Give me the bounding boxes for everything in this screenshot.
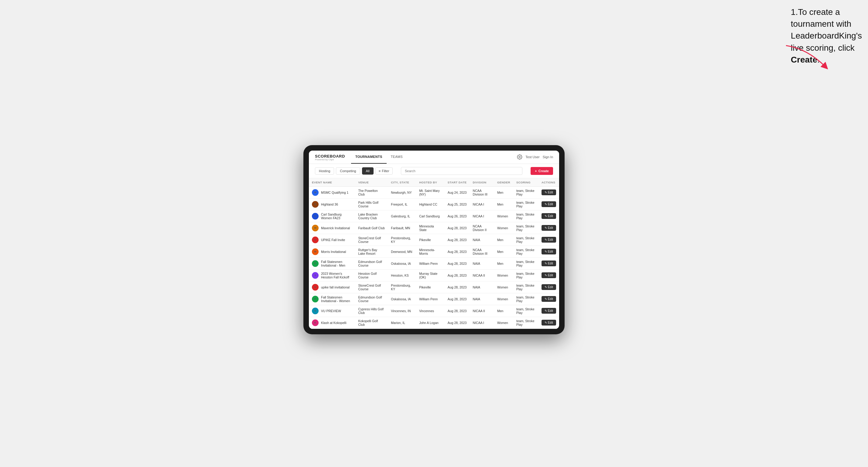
table-row: M MSMC Qualifying 1 The Powelton Club Ne…: [309, 186, 559, 198]
search-box: [401, 167, 522, 175]
col-gender: GENDER: [494, 178, 513, 187]
cell-division: NAIA: [470, 257, 494, 269]
tablet-device: SCOREBOARD Powered by Clipit TOURNAMENTS…: [303, 145, 565, 334]
cell-venue: The Powelton Club: [355, 186, 388, 198]
cell-hosted-by: John A Logan: [416, 317, 445, 329]
sign-in-link[interactable]: Sign In: [543, 155, 553, 159]
edit-button[interactable]: ✎ Edit: [541, 308, 556, 314]
edit-button[interactable]: ✎ Edit: [541, 260, 556, 266]
edit-button[interactable]: ✎ Edit: [541, 225, 556, 231]
main-nav: TOURNAMENTS TEAMS: [351, 151, 407, 164]
filter-hosting-btn[interactable]: Hosting: [315, 167, 334, 175]
cell-scoring: team, Stroke Play: [513, 246, 538, 257]
cell-division: NAIA: [470, 234, 494, 246]
cell-division: NCAA Division III: [470, 186, 494, 198]
cell-actions: ✎ Edit: [538, 234, 559, 246]
filter-group: Hosting Competing All ≡ Filter: [315, 167, 393, 175]
cell-gender: Women: [494, 222, 513, 234]
table-row: U UPIKE Fall Invite StoneCrest Golf Cour…: [309, 234, 559, 246]
cell-scoring: team, Stroke Play: [513, 269, 538, 281]
edit-button[interactable]: ✎ Edit: [541, 237, 556, 243]
team-logo: M: [312, 225, 318, 231]
cell-city-state: Faribault, MN: [388, 222, 416, 234]
cell-event-name: M Maverick Invitational: [309, 222, 355, 234]
event-name-text: Carl Sandburg Women FA23: [321, 213, 352, 220]
cell-gender: Men: [494, 305, 513, 317]
col-hosted-by: HOSTED BY: [416, 178, 445, 187]
nav-tab-tournaments[interactable]: TOURNAMENTS: [351, 151, 386, 164]
team-logo: F: [312, 296, 318, 303]
cell-hosted-by: William Penn: [416, 293, 445, 305]
edit-button[interactable]: ✎ Edit: [541, 284, 556, 290]
cell-scoring: team, Stroke Play: [513, 305, 538, 317]
filter-competing-btn[interactable]: Competing: [336, 167, 360, 175]
cell-division: NICAA I: [470, 210, 494, 222]
filter-label: Filter: [382, 169, 389, 173]
cell-scoring: team, Stroke Play: [513, 198, 538, 210]
cell-gender: Men: [494, 198, 513, 210]
cell-city-state: Oskaloosa, IA: [388, 257, 416, 269]
cell-gender: Women: [494, 269, 513, 281]
cell-gender: Women: [494, 281, 513, 293]
team-logo: U: [312, 284, 318, 290]
cell-venue: Hesston Golf Course: [355, 269, 388, 281]
cell-gender: Women: [494, 317, 513, 329]
edit-button[interactable]: ✎ Edit: [541, 296, 556, 302]
team-logo: M: [312, 189, 318, 196]
cell-event-name: M Morris Invitational: [309, 246, 355, 257]
col-start-date: START DATE: [445, 178, 470, 187]
cell-event-name: M MSMC Qualifying 1: [309, 186, 355, 198]
col-scoring: SCORING: [513, 178, 538, 187]
cell-actions: ✎ Edit: [538, 222, 559, 234]
create-button[interactable]: + Create: [531, 167, 553, 175]
cell-division: NAIA: [470, 281, 494, 293]
cell-division: NAIA: [470, 293, 494, 305]
team-logo: C: [312, 213, 318, 220]
cell-venue: StoneCrest Golf Course: [355, 281, 388, 293]
cell-event-name: H Highland 36: [309, 198, 355, 210]
cell-start-date: Aug 25, 2023: [445, 198, 470, 210]
cell-division: NICAA II: [470, 269, 494, 281]
filter-icon: ≡: [379, 169, 380, 173]
edit-button[interactable]: ✎ Edit: [541, 201, 556, 207]
cell-event-name: F Fall Statesmen Invitational - Women: [309, 293, 355, 305]
cell-scoring: team, Stroke Play: [513, 186, 538, 198]
table-row: H Highland 36 Park Hills Golf Course Fre…: [309, 198, 559, 210]
cell-venue: Kokopelli Golf Club: [355, 317, 388, 329]
cell-event-name: F Fall Statesmen Invitational - Men: [309, 257, 355, 269]
team-logo: 2: [312, 272, 318, 279]
cell-scoring: team, Stroke Play: [513, 222, 538, 234]
filter-all-btn[interactable]: All: [362, 167, 374, 175]
gear-icon[interactable]: [517, 154, 522, 160]
cell-start-date: Aug 28, 2023: [445, 269, 470, 281]
team-logo: K: [312, 319, 318, 326]
col-actions: ACTIONS: [538, 178, 559, 187]
edit-button[interactable]: ✎ Edit: [541, 320, 556, 325]
cell-city-state: Oskaloosa, IA: [388, 293, 416, 305]
cell-actions: ✎ Edit: [538, 317, 559, 329]
search-input[interactable]: [401, 167, 522, 175]
nav-tab-teams[interactable]: TEAMS: [386, 151, 407, 164]
cell-hosted-by: Minnesota-Morris: [416, 246, 445, 257]
cell-actions: ✎ Edit: [538, 186, 559, 198]
cell-event-name: K Klash at Kokopelli: [309, 317, 355, 329]
header-right: Test User Sign In: [517, 154, 553, 160]
table-row: V VU PREVIEW Cypress Hills Golf Club Vin…: [309, 305, 559, 317]
event-name-text: Morris Invitational: [321, 250, 346, 253]
cell-city-state: Newburgh, NY: [388, 186, 416, 198]
cell-city-state: Prestonsburg, KY: [388, 281, 416, 293]
create-label: Create: [538, 169, 549, 173]
cell-actions: ✎ Edit: [538, 305, 559, 317]
edit-button[interactable]: ✎ Edit: [541, 272, 556, 278]
cell-event-name: V VU PREVIEW: [309, 305, 355, 317]
edit-button[interactable]: ✎ Edit: [541, 249, 556, 254]
cell-city-state: Vincennes, IN: [388, 305, 416, 317]
event-name-text: 2023 Women's Hesston Fall Kickoff: [321, 272, 352, 279]
col-venue: VENUE: [355, 178, 388, 187]
table-row: U upike fall invitational StoneCrest Gol…: [309, 281, 559, 293]
filter-icon-btn[interactable]: ≡ Filter: [375, 167, 393, 175]
edit-button[interactable]: ✎ Edit: [541, 213, 556, 219]
edit-button[interactable]: ✎ Edit: [541, 189, 556, 195]
tournaments-table: EVENT NAME VENUE CITY, STATE HOSTED BY S…: [309, 178, 559, 329]
cell-gender: Men: [494, 234, 513, 246]
